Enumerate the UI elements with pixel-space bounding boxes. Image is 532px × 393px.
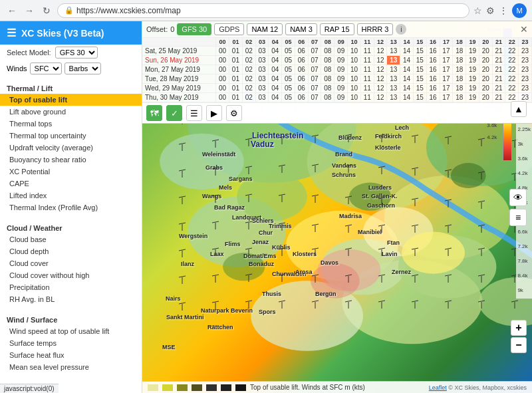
- hour-cell-5-5[interactable]: 05: [282, 93, 295, 102]
- hour-cell-0-8[interactable]: 08: [321, 47, 334, 56]
- extensions-button[interactable]: ⚙: [486, 5, 495, 16]
- hour-cell-0-16[interactable]: 16: [426, 47, 440, 56]
- hour-cell-3-15[interactable]: 15: [413, 74, 426, 84]
- hour-cell-4-2[interactable]: 02: [242, 84, 255, 93]
- hour-cell-2-22[interactable]: 22: [505, 65, 519, 74]
- hour-cell-3-18[interactable]: 18: [453, 74, 466, 84]
- close-button[interactable]: ✕: [520, 24, 528, 35]
- hour-cell-3-21[interactable]: 21: [492, 74, 505, 84]
- sidebar-item-surface-temps[interactable]: Surface temps: [0, 337, 142, 349]
- hour-cell-5-1[interactable]: 01: [229, 93, 243, 102]
- hour-cell-3-2[interactable]: 02: [242, 74, 255, 84]
- hour-cell-4-18[interactable]: 18: [453, 84, 466, 93]
- hour-cell-3-23[interactable]: 23: [519, 74, 532, 84]
- hour-cell-0-4[interactable]: 04: [269, 47, 282, 56]
- sidebar-item-top-usable-lift[interactable]: Top of usable lift: [0, 94, 142, 106]
- hour-cell-0-23[interactable]: 23: [519, 47, 532, 56]
- up-arrow-button[interactable]: ▲: [511, 101, 527, 117]
- hour-cell-4-7[interactable]: 07: [308, 84, 321, 93]
- hour-cell-3-4[interactable]: 04: [269, 74, 282, 84]
- check-btn[interactable]: ✓: [166, 105, 182, 121]
- hour-cell-3-7[interactable]: 07: [308, 74, 321, 84]
- sidebar-item-updraft-velocity[interactable]: Updraft velocity (average): [0, 142, 142, 154]
- hour-cell-1-18[interactable]: 18: [453, 56, 466, 65]
- nam12-btn[interactable]: NAM 12: [247, 23, 283, 35]
- hour-cell-4-21[interactable]: 21: [492, 84, 505, 93]
- hour-cell-2-18[interactable]: 18: [453, 65, 466, 74]
- winds-type-select[interactable]: Barbs: [65, 63, 101, 74]
- hour-cell-5-15[interactable]: 15: [413, 93, 426, 102]
- hour-cell-2-2[interactable]: 02: [242, 65, 255, 74]
- hour-cell-1-4[interactable]: 04: [269, 56, 282, 65]
- gdps-btn[interactable]: GDPS: [214, 23, 244, 35]
- hour-cell-0-3[interactable]: 03: [255, 47, 269, 56]
- hour-cell-0-15[interactable]: 15: [413, 47, 426, 56]
- hour-cell-1-12[interactable]: 12: [374, 56, 387, 65]
- hour-cell-2-6[interactable]: 06: [295, 65, 308, 74]
- hour-cell-3-19[interactable]: 19: [466, 74, 479, 84]
- settings-btn[interactable]: ⚙: [226, 105, 242, 121]
- hour-cell-2-20[interactable]: 20: [479, 65, 492, 74]
- hour-cell-5-8[interactable]: 08: [321, 93, 334, 102]
- hour-cell-4-17[interactable]: 17: [440, 84, 453, 93]
- hour-cell-1-5[interactable]: 05: [282, 56, 295, 65]
- hour-cell-4-23[interactable]: 23: [519, 84, 532, 93]
- hour-cell-1-2[interactable]: 02: [242, 56, 255, 65]
- sidebar-item-cloud-cover[interactable]: Cloud cover: [0, 257, 142, 269]
- avatar[interactable]: M: [512, 3, 527, 18]
- hour-cell-5-21[interactable]: 21: [492, 93, 505, 102]
- hour-cell-1-13[interactable]: 13: [387, 56, 400, 65]
- hour-cell-2-7[interactable]: 07: [308, 65, 321, 74]
- hour-cell-1-6[interactable]: 06: [295, 56, 308, 65]
- hour-cell-4-20[interactable]: 20: [479, 84, 492, 93]
- hour-cell-0-21[interactable]: 21: [492, 47, 505, 56]
- sidebar-item-rh-avg-bl[interactable]: RH Avg. in BL: [0, 293, 142, 305]
- sidebar-item-lifted-index[interactable]: Lifted index: [0, 190, 142, 201]
- hour-cell-1-21[interactable]: 21: [492, 56, 505, 65]
- sidebar-item-xc-potential[interactable]: XC Potential: [0, 166, 142, 178]
- sidebar-item-cape[interactable]: CAPE: [0, 178, 142, 190]
- hour-cell-0-17[interactable]: 17: [440, 47, 453, 56]
- hour-cell-2-12[interactable]: 12: [374, 65, 387, 74]
- hour-cell-3-0[interactable]: 00: [216, 74, 229, 84]
- hour-cell-5-3[interactable]: 03: [255, 93, 269, 102]
- sidebar-item-mean-sea-level[interactable]: Mean sea level pressure: [0, 361, 142, 373]
- hour-cell-4-16[interactable]: 16: [426, 84, 440, 93]
- hour-cell-5-0[interactable]: 00: [216, 93, 229, 102]
- hour-cell-1-15[interactable]: 15: [413, 56, 426, 65]
- sidebar-item-thermal-index[interactable]: Thermal Index (Profile Avg): [0, 201, 142, 213]
- filter-btn[interactable]: ☰: [186, 105, 202, 121]
- hour-cell-1-3[interactable]: 03: [255, 56, 269, 65]
- hour-cell-0-11[interactable]: 11: [360, 47, 374, 56]
- hour-cell-2-21[interactable]: 21: [492, 65, 505, 74]
- hour-cell-2-11[interactable]: 11: [360, 65, 374, 74]
- hour-cell-5-7[interactable]: 07: [308, 93, 321, 102]
- gfs30-btn[interactable]: GFS 30: [177, 23, 211, 35]
- hour-cell-0-5[interactable]: 05: [282, 47, 295, 56]
- hour-cell-4-1[interactable]: 01: [229, 84, 243, 93]
- hour-cell-5-13[interactable]: 13: [387, 93, 400, 102]
- winds-level-select[interactable]: SFC: [30, 63, 62, 74]
- hour-cell-2-23[interactable]: 23: [519, 65, 532, 74]
- hour-cell-1-9[interactable]: 09: [334, 56, 348, 65]
- sidebar-item-cloud-depth[interactable]: Cloud depth: [0, 245, 142, 257]
- hour-cell-1-14[interactable]: 14: [400, 56, 414, 65]
- hour-cell-2-0[interactable]: 00: [216, 65, 229, 74]
- hour-cell-3-17[interactable]: 17: [440, 74, 453, 84]
- hour-cell-5-11[interactable]: 11: [360, 93, 374, 102]
- leaflet-link[interactable]: Leaflet: [429, 384, 447, 391]
- hour-cell-5-10[interactable]: 10: [348, 93, 361, 102]
- hour-cell-0-12[interactable]: 12: [374, 47, 387, 56]
- hour-cell-2-19[interactable]: 19: [466, 65, 479, 74]
- hour-cell-3-1[interactable]: 01: [229, 74, 243, 84]
- hour-cell-5-14[interactable]: 14: [400, 93, 414, 102]
- hour-cell-5-12[interactable]: 12: [374, 93, 387, 102]
- hour-cell-4-19[interactable]: 19: [466, 84, 479, 93]
- hour-cell-0-9[interactable]: 09: [334, 47, 348, 56]
- hour-cell-5-2[interactable]: 02: [242, 93, 255, 102]
- reload-button[interactable]: ↻: [40, 4, 53, 17]
- hour-cell-4-4[interactable]: 04: [269, 84, 282, 93]
- hour-cell-2-4[interactable]: 04: [269, 65, 282, 74]
- sidebar-item-cloud-cover-no-high[interactable]: Cloud cover without high: [0, 269, 142, 281]
- hour-cell-4-22[interactable]: 22: [505, 84, 519, 93]
